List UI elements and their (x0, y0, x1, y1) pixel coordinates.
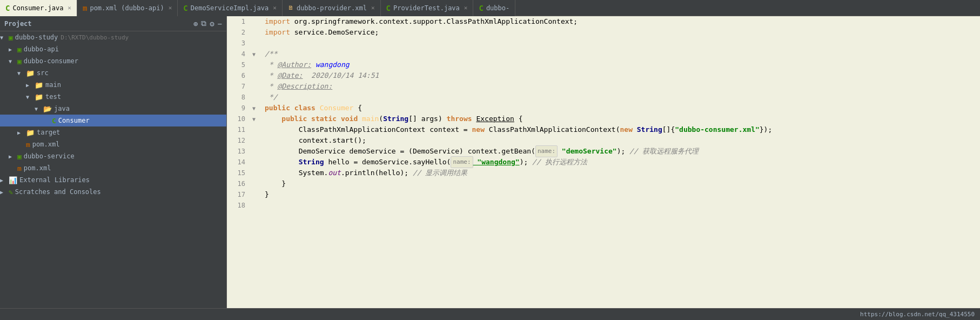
minimize-icon[interactable]: − (218, 19, 222, 28)
code-line-3 (265, 38, 975, 49)
sidebar-icons: ⊕ ⧉ ⚙ − (193, 19, 222, 28)
indent (265, 135, 299, 146)
gutter-line-3: 3 (227, 38, 259, 49)
sidebar-item-pom-consumer[interactable]: m pom.xml (0, 138, 226, 150)
tab-label: Consumer.java (12, 4, 63, 12)
paren: ( (379, 114, 383, 124)
class-ref: ClassPathXmlApplicationContext context = (299, 124, 472, 135)
tab-close[interactable]: ✕ (371, 4, 375, 11)
comment-cn2: // 执行远程方法 (532, 157, 587, 168)
code-line-18 (265, 200, 975, 211)
indent (265, 124, 299, 135)
tab-label: pom.xml (dubbo-api) (90, 4, 164, 12)
status-bar: https://blog.csdn.net/qq_4314550 (0, 308, 980, 320)
tab-dubbo-more[interactable]: C dubbo- (473, 0, 515, 16)
code-line-14: String hello = demoService.sayHello(name… (265, 157, 975, 168)
expand-arrow: ▼ (35, 106, 43, 112)
string-wangdong: "wangdong" (473, 157, 520, 168)
item-label: test (45, 93, 61, 101)
class-name: Consumer (320, 103, 358, 114)
expand-arrow: ▼ (0, 35, 9, 41)
line-num: 11 (227, 126, 249, 134)
sidebar-item-dubbo-consumer[interactable]: ▼ ▣ dubbo-consumer (0, 55, 226, 67)
fold-arrow-4[interactable]: ▼ (249, 51, 259, 57)
indent (265, 114, 281, 124)
code-line-13: DemoService demoService = (DemoService) … (265, 146, 975, 157)
sidebar-item-target[interactable]: ▶ 📁 target (0, 126, 226, 138)
java-folder-icon: 📂 (43, 105, 52, 113)
sidebar-item-src[interactable]: ▼ 📁 src (0, 67, 226, 79)
keyword-import: import (265, 27, 294, 38)
tab-demoserviceimpl[interactable]: C DemoServiceImpl.java ✕ (178, 0, 283, 16)
layout-icon[interactable]: ⧉ (201, 19, 206, 28)
expand-arrow: ▼ (26, 94, 35, 100)
tab-bar: C Consumer.java ✕ m pom.xml (dubbo-api) … (0, 0, 980, 16)
tab-providertest[interactable]: C ProviderTest.java ✕ (381, 0, 474, 16)
fold-arrow-9[interactable]: ▼ (249, 105, 259, 111)
tab-label: dubbo- (486, 4, 509, 12)
type-string3: String (299, 157, 324, 168)
settings-icon[interactable]: ⚙ (210, 19, 214, 28)
gutter-line-6: 6 (227, 70, 259, 81)
string-literal: "dubbo-consumer.xml" (675, 124, 760, 135)
tab-consumer-java[interactable]: C Consumer.java ✕ (0, 0, 77, 16)
code-line-16: } (265, 178, 975, 189)
sidebar-item-main[interactable]: ▶ 📁 main (0, 79, 226, 91)
tab-close[interactable]: ✕ (464, 4, 468, 11)
tab-icon-c: C (5, 4, 10, 12)
line-num: 18 (227, 202, 249, 209)
type-demo: DemoService demoService = (DemoService) … (299, 146, 535, 157)
gutter-line-11: 11 (227, 124, 259, 135)
sidebar-item-external-libraries[interactable]: ▶ 📊 External Libraries (0, 174, 226, 186)
item-label: main (45, 81, 61, 89)
keyword-void: void (341, 114, 362, 124)
folder-icon: 📁 (35, 81, 43, 89)
tab-close[interactable]: ✕ (68, 4, 71, 11)
sidebar-item-scratches[interactable]: ▶ ✎ Scratches and Consoles (0, 186, 226, 198)
code-line-8: */ (265, 92, 975, 103)
tab-pom-xml-dubbo-api[interactable]: m pom.xml (dubbo-api) ✕ (77, 0, 178, 16)
sidebar-item-dubbo-service[interactable]: ▶ ▣ dubbo-service (0, 150, 226, 162)
constructor: ClassPathXmlApplicationContext( (489, 124, 620, 135)
code-hello: hello = demoService.sayHello( (324, 157, 451, 168)
add-icon[interactable]: ⊕ (193, 19, 198, 28)
import-path: org.springframework.context.support.Clas… (294, 16, 578, 27)
static-field-out: out (328, 168, 340, 178)
tab-close[interactable]: ✕ (169, 4, 172, 11)
keyword-public: public (265, 103, 294, 114)
item-label: Scratches and Consoles (15, 188, 101, 196)
brace-close2: } (265, 189, 269, 200)
code-editor[interactable]: import org.springframework.context.suppo… (259, 16, 980, 308)
sidebar-item-pom-root[interactable]: m pom.xml (0, 162, 226, 174)
sidebar-item-dubbo-api[interactable]: ▶ ▣ dubbo-api (0, 43, 226, 55)
module-icon: ▣ (17, 45, 22, 54)
editor-area[interactable]: 1 2 3 4 ▼ 5 (227, 16, 980, 308)
param-name-hint2: name: (451, 156, 473, 168)
paren-close: ); (617, 146, 629, 157)
gutter-line-13: 13 (227, 146, 259, 157)
line-num: 8 (227, 94, 249, 101)
code-line-12: context.start(); (265, 135, 975, 146)
code-line-4: /** (265, 49, 975, 59)
annotation-value: wangdong (311, 59, 349, 70)
string-demoservice: "demoService" (558, 146, 617, 157)
sidebar-item-dubbo-study[interactable]: ▼ ▣ dubbo-study D:\RXTD\dubbo-study (0, 31, 226, 43)
exception-type: Exception (476, 114, 514, 124)
tab-icon-xml: 🗎 (288, 4, 294, 11)
tab-icon-c: C (479, 4, 483, 12)
type-string2: String (637, 124, 662, 135)
gutter-line-10: 10 ▼ (227, 114, 259, 124)
sidebar-item-consumer[interactable]: C Consumer (0, 115, 226, 126)
sidebar-item-test[interactable]: ▼ 📁 test (0, 91, 226, 103)
scratch-icon: ✎ (9, 188, 13, 196)
line-num: 16 (227, 180, 249, 188)
sidebar-item-java[interactable]: ▼ 📂 java (0, 103, 226, 115)
tab-label: DemoServiceImpl.java (191, 4, 269, 12)
line-num: 6 (227, 72, 249, 79)
fold-arrow-10[interactable]: ▼ (249, 116, 259, 122)
tab-close[interactable]: ✕ (273, 4, 277, 11)
code-line-10: public static void main(String[] args) t… (265, 114, 975, 124)
brace-close: } (281, 178, 286, 189)
tab-dubbo-provider-xml[interactable]: 🗎 dubbo-provider.xml ✕ (283, 0, 381, 16)
annotation-date-val: 2020/10/14 14:51 (303, 70, 379, 81)
